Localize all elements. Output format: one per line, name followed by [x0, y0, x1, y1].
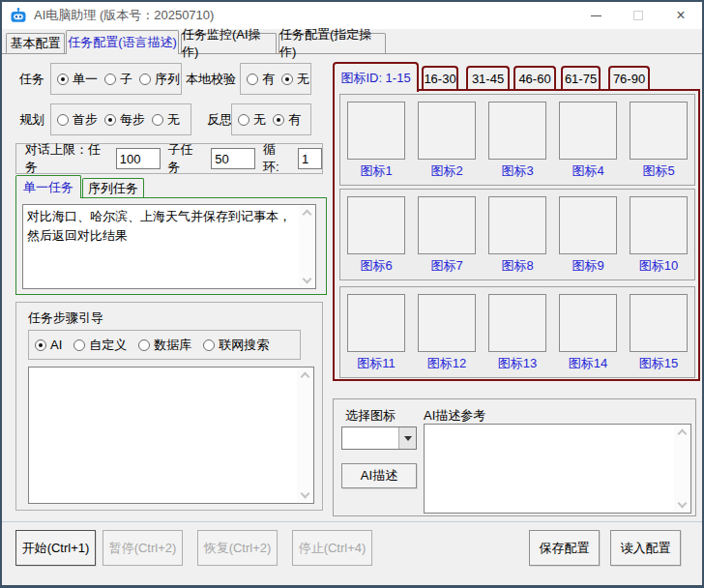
icon-slot-15[interactable] [630, 294, 688, 352]
icon-tab-61-75[interactable]: 61-75 [561, 66, 601, 89]
radio-guide-custom[interactable]: 自定义 [73, 337, 127, 354]
close-button[interactable]: × [660, 2, 702, 29]
minimize-icon [591, 15, 601, 16]
radio-plan-every-step[interactable]: 每步 [104, 111, 145, 129]
local-check-label: 本地校验 [186, 63, 236, 95]
radio-guide-database[interactable]: 数据库 [138, 337, 191, 354]
icon-slot-11[interactable] [347, 294, 405, 352]
task-label: 任务 [19, 63, 44, 95]
radio-icon [104, 74, 116, 85]
window-title: AI电脑助理 (版本号：20250710) [34, 7, 574, 24]
icon-label: 图标7 [430, 257, 462, 275]
icon-label: 图标12 [427, 355, 466, 372]
reflect-label: 反思 [207, 103, 232, 135]
icon-tab-46-60[interactable]: 46-60 [513, 66, 556, 89]
ai-description-textarea[interactable] [424, 424, 691, 514]
radio-icon [203, 339, 215, 351]
icon-slot-5[interactable] [630, 102, 688, 160]
icon-cell: 图标2 [417, 102, 477, 185]
task-limit-input[interactable]: 100 [116, 148, 161, 169]
icon-cell: 图标15 [629, 294, 689, 377]
icon-slot-13[interactable] [488, 294, 546, 352]
radio-guide-ai[interactable]: AI [35, 338, 62, 352]
icon-cell: 图标1 [346, 102, 406, 185]
icon-tab-1-15[interactable]: 图标ID: 1-15 [333, 62, 419, 92]
resume-button[interactable]: 恢复(Ctrl+2) [197, 530, 278, 566]
icon-label: 图标6 [360, 257, 392, 275]
textarea-scrollbar[interactable] [299, 206, 314, 287]
icon-cell: 图标9 [558, 196, 618, 279]
radio-icon [139, 74, 151, 85]
radio-check-yes[interactable]: 有 [247, 71, 275, 88]
icon-slot-2[interactable] [418, 102, 476, 160]
scroll-down-icon[interactable] [302, 275, 311, 284]
radio-check-no[interactable]: 无 [281, 71, 309, 88]
single-task-textarea[interactable]: 对比海口、哈尔滨、上海天气并保存到记事本，然后返回对比结果 [22, 204, 316, 289]
icon-slot-10[interactable] [630, 196, 688, 254]
minimize-button[interactable] [574, 2, 617, 29]
ai-describe-button[interactable]: AI描述 [341, 463, 417, 488]
icon-label: 图标3 [501, 162, 533, 180]
guide-steps-textarea[interactable] [28, 367, 314, 504]
ai-description-ref-label: AI描述参考 [424, 407, 485, 425]
icon-slot-4[interactable] [559, 102, 617, 160]
icon-select-dropdown[interactable] [341, 426, 417, 450]
loop-input[interactable]: 1 [298, 148, 322, 169]
icon-cell: 图标12 [417, 294, 477, 377]
icon-slot-3[interactable] [488, 102, 546, 160]
textarea-scrollbar[interactable] [297, 368, 312, 502]
scroll-up-icon[interactable] [302, 210, 311, 220]
radio-icon [104, 114, 116, 126]
subtask-limit-input[interactable]: 50 [211, 148, 255, 169]
dialog-limit-prefix: 对话上限：任务 [25, 141, 108, 176]
titlebar: AI电脑助理 (版本号：20250710) × [2, 2, 702, 29]
icon-select-panel: 选择图标 AI描述参考 AI描述 [333, 398, 696, 516]
icon-tab-76-90[interactable]: 76-90 [608, 66, 650, 89]
radio-reflect-yes[interactable]: 有 [273, 111, 301, 129]
load-config-button[interactable]: 读入配置 [610, 530, 681, 566]
icon-tab-31-45[interactable]: 31-45 [466, 66, 510, 89]
dropdown-button[interactable] [398, 427, 416, 449]
radio-task-sequence[interactable]: 序列 [139, 71, 180, 88]
save-config-button[interactable]: 保存配置 [529, 530, 600, 566]
tab-task-config-language[interactable]: 任务配置(语言描述) [66, 30, 179, 54]
radio-guide-web-search[interactable]: 联网搜索 [203, 337, 269, 354]
textarea-scrollbar[interactable] [674, 426, 689, 512]
scroll-down-icon[interactable] [677, 499, 687, 509]
tab-basic-config[interactable]: 基本配置 [6, 33, 65, 53]
stop-button[interactable]: 停止(Ctrl+4) [292, 530, 372, 566]
icon-slot-12[interactable] [418, 294, 476, 352]
icon-cell: 图标11 [346, 294, 406, 377]
scroll-up-icon[interactable] [677, 429, 687, 439]
icon-slot-14[interactable] [559, 294, 617, 352]
icon-slot-8[interactable] [488, 196, 546, 254]
pause-button[interactable]: 暂停(Ctrl+2) [103, 530, 183, 566]
radio-label: 联网搜索 [219, 337, 269, 354]
tab-task-config-specified[interactable]: 任务配置(指定操作) [279, 33, 386, 53]
radio-reflect-no[interactable]: 无 [238, 111, 266, 129]
scroll-up-icon[interactable] [300, 372, 309, 382]
tab-task-monitor[interactable]: 任务监控(AI操作) [181, 33, 277, 53]
task-type-group: 单一 子 序列 [50, 63, 182, 95]
start-button[interactable]: 开始(Ctrl+1) [15, 530, 96, 566]
maximize-button[interactable] [617, 2, 660, 29]
radio-plan-none[interactable]: 无 [152, 111, 180, 129]
subtab-single-task[interactable]: 单一任务 [15, 175, 81, 198]
icon-label: 图标13 [498, 355, 537, 372]
icon-slot-7[interactable] [418, 196, 476, 254]
radio-plan-first-step[interactable]: 首步 [57, 111, 98, 129]
icon-row-1: 图标1 图标2 图标3 图标4 图标5 [339, 94, 695, 186]
radio-task-single[interactable]: 单一 [57, 71, 98, 88]
icon-label: 图标10 [639, 257, 678, 275]
loop-label: 循环: [263, 141, 290, 176]
radio-task-sub[interactable]: 子 [104, 71, 132, 88]
icon-label: 图标8 [501, 257, 533, 275]
icon-slot-1[interactable] [347, 102, 405, 160]
icon-tab-16-30[interactable]: 16-30 [422, 66, 458, 89]
subtab-sequence-task[interactable]: 序列任务 [82, 178, 144, 198]
dialog-limit-group: 对话上限：任务 100 子任务 50 循环: 1 [15, 143, 323, 174]
icon-slot-9[interactable] [559, 196, 617, 254]
icon-select-value [342, 427, 398, 449]
icon-slot-6[interactable] [347, 196, 405, 254]
scroll-down-icon[interactable] [300, 489, 309, 499]
